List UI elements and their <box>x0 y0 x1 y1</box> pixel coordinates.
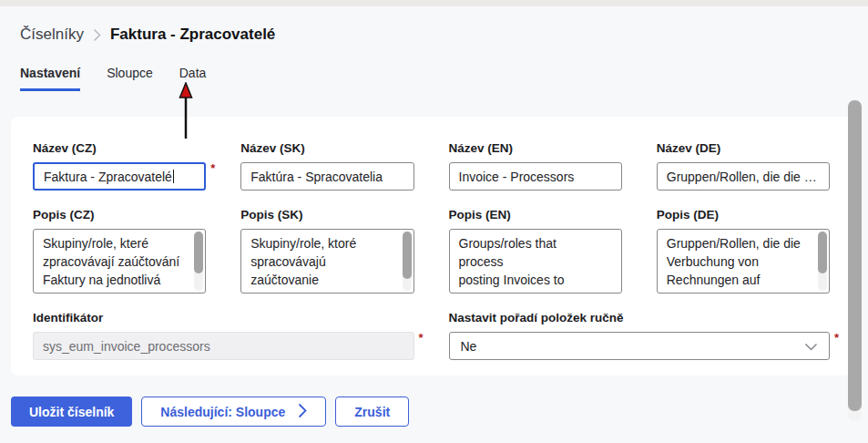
field-nazev-en: Název (EN) * <box>449 141 635 191</box>
popis-sk-value: Skupiny/role, ktoré spracovávajú zaúčtov… <box>250 234 394 294</box>
textarea-scrollbar-thumb[interactable] <box>818 232 827 273</box>
identifikator-input <box>33 332 414 360</box>
popis-en-value: Groups/roles that process posting Invoic… <box>459 234 603 294</box>
chevron-right-icon <box>298 403 307 421</box>
nazev-cz-input[interactable]: Faktura - Zpracovatelé <box>33 162 206 191</box>
required-asterisk: * <box>414 332 427 345</box>
breadcrumb-root-link[interactable]: Číselníky <box>20 26 84 44</box>
required-asterisk: * <box>206 162 219 175</box>
form-grid: Název (CZ) Faktura - Zpracovatelé * Náze… <box>33 141 842 360</box>
field-label: Identifikátor <box>33 311 427 325</box>
field-poradi-polozek: Nastavit pořadí položek ručně Ne * <box>449 311 843 360</box>
popis-sk-textarea[interactable]: Skupiny/role, ktoré spracovávajú zaúčtov… <box>240 229 414 294</box>
field-nazev-cz: Název (CZ) Faktura - Zpracovatelé * <box>33 141 219 191</box>
action-bar: Uložit číselník Následující: Sloupce Zru… <box>11 397 868 427</box>
page-scrollbar-thumb[interactable] <box>848 100 862 411</box>
field-label: Popis (CZ) <box>33 208 219 222</box>
field-popis-cz: Popis (CZ) Skupiny/role, které zpracováv… <box>33 208 219 294</box>
top-strip <box>0 0 868 6</box>
popis-cz-textarea[interactable]: Skupiny/role, které zpracovávají zaúčtov… <box>33 229 206 294</box>
field-label: Popis (DE) <box>657 208 842 222</box>
field-label: Popis (SK) <box>240 208 426 222</box>
popis-de-value: Gruppen/Rollen, die die Verbuchung von R… <box>667 234 811 294</box>
field-label: Popis (EN) <box>449 208 635 222</box>
chevron-right-icon <box>93 28 101 42</box>
poradi-polozek-selected-value: Ne <box>461 339 477 354</box>
annotation-arrow-icon <box>179 82 193 140</box>
tab-bar: Nastavení Sloupce Data <box>20 66 868 91</box>
textarea-scrollbar-thumb[interactable] <box>194 232 203 273</box>
chevron-down-icon <box>804 339 818 354</box>
nazev-cz-value: Faktura - Zpracovatelé <box>44 170 172 184</box>
field-popis-sk: Popis (SK) Skupiny/role, ktoré spracováv… <box>240 208 426 294</box>
textarea-scrollbar-thumb[interactable] <box>403 232 412 279</box>
popis-cz-value: Skupiny/role, které zpracovávají zaúčtov… <box>43 234 187 294</box>
field-nazev-de: Název (DE) * <box>657 141 842 191</box>
field-identifikator: Identifikátor * <box>33 311 427 360</box>
settings-form-card: Název (CZ) Faktura - Zpracovatelé * Náze… <box>11 117 857 376</box>
next-button-label: Následující: Sloupce <box>160 405 285 419</box>
poradi-polozek-select[interactable]: Ne <box>449 332 831 360</box>
page-title: Faktura - Zpracovatelé <box>110 26 275 44</box>
breadcrumb: Číselníky Faktura - Zpracovatelé <box>0 6 868 44</box>
field-popis-de: Popis (DE) Gruppen/Rollen, die die Verbu… <box>657 208 842 294</box>
field-nazev-sk: Název (SK) * <box>240 141 426 191</box>
save-codelist-button[interactable]: Uložit číselník <box>11 397 132 427</box>
required-asterisk: * <box>830 332 842 345</box>
nazev-en-input[interactable] <box>449 162 622 191</box>
field-label: Název (DE) <box>657 141 842 155</box>
nazev-de-input[interactable] <box>657 162 830 191</box>
popis-de-textarea[interactable]: Gruppen/Rollen, die die Verbuchung von R… <box>657 229 830 294</box>
field-label: Název (EN) <box>449 141 635 155</box>
cancel-button[interactable]: Zrušit <box>335 397 409 427</box>
tab-nastaveni[interactable]: Nastavení <box>20 66 80 91</box>
field-label: Název (SK) <box>240 141 426 155</box>
field-popis-en: Popis (EN) Groups/roles that process pos… <box>449 208 635 294</box>
field-label: Název (CZ) <box>33 141 219 155</box>
tab-sloupce[interactable]: Sloupce <box>107 66 153 91</box>
popis-en-textarea[interactable]: Groups/roles that process posting Invoic… <box>449 229 622 294</box>
nazev-sk-input[interactable] <box>240 162 414 191</box>
page-scrollbar-track[interactable] <box>848 100 862 421</box>
text-caret <box>173 170 174 183</box>
next-sloupce-button[interactable]: Následující: Sloupce <box>141 397 326 427</box>
field-label: Nastavit pořadí položek ručně <box>449 311 843 325</box>
